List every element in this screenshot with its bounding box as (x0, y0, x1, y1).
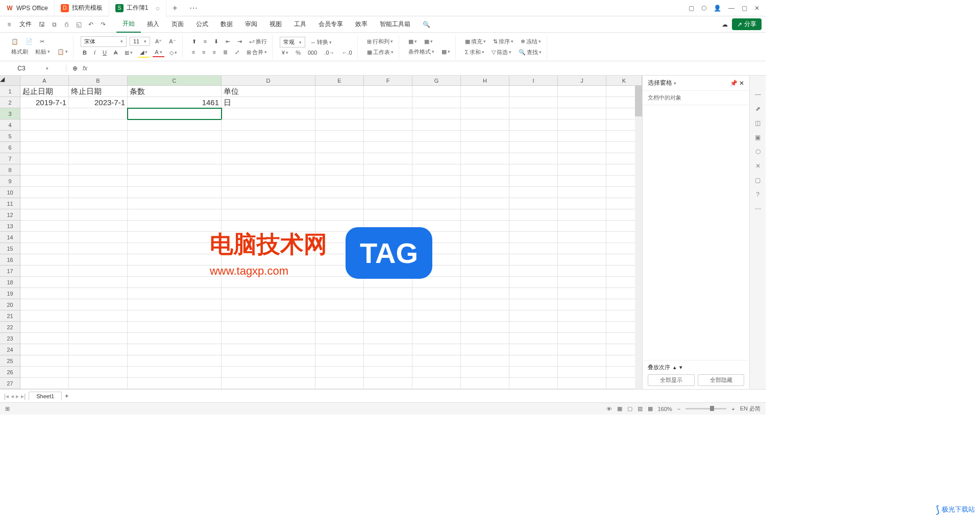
cell[interactable] (558, 333, 606, 344)
italic-button[interactable]: I (92, 49, 97, 57)
cell[interactable] (69, 322, 128, 333)
cell[interactable] (412, 221, 461, 232)
font-color-button[interactable]: A▾ (153, 48, 164, 57)
cell[interactable] (69, 367, 128, 378)
cut-icon[interactable]: ✂ (38, 37, 46, 46)
row-header[interactable]: 10 (0, 187, 20, 198)
cell[interactable] (558, 131, 606, 142)
share-button[interactable]: ↗ 分享 (732, 18, 762, 30)
cell[interactable] (558, 344, 606, 355)
cell[interactable] (222, 108, 315, 119)
menu-tools[interactable]: 工具 (288, 16, 312, 33)
cell[interactable] (222, 367, 315, 378)
cell[interactable] (509, 153, 558, 164)
cell[interactable] (222, 198, 315, 209)
grid-icon[interactable]: ▦ (617, 405, 622, 412)
currency-icon[interactable]: ¥▾ (280, 49, 290, 57)
cell[interactable] (128, 333, 222, 344)
col-header-F[interactable]: F (364, 76, 412, 85)
cell[interactable] (461, 176, 509, 187)
tab-menu-button[interactable]: ⋯ (183, 3, 204, 13)
tab-docer[interactable]: D 找稻壳模板 (55, 0, 109, 16)
cell[interactable] (69, 299, 128, 310)
cell[interactable] (509, 333, 558, 344)
cell[interactable] (128, 266, 222, 277)
cell[interactable] (364, 232, 412, 243)
align-bottom-icon[interactable]: ⬇ (212, 37, 220, 46)
cell[interactable] (509, 322, 558, 333)
align-top-icon[interactable]: ⬆ (190, 37, 199, 46)
cell[interactable] (69, 333, 128, 344)
cell[interactable] (509, 86, 558, 97)
cell[interactable] (20, 266, 69, 277)
cell[interactable]: 终止日期 (69, 86, 128, 97)
cell[interactable] (558, 176, 606, 187)
row-header[interactable]: 18 (0, 277, 20, 288)
row-header[interactable]: 12 (0, 209, 20, 221)
menu-start[interactable]: 开始 (116, 16, 141, 33)
cell[interactable] (509, 221, 558, 232)
cell[interactable] (558, 164, 606, 176)
row-header[interactable]: 2 (0, 97, 20, 108)
cell[interactable] (558, 187, 606, 198)
cell[interactable] (20, 322, 69, 333)
col-header-I[interactable]: I (509, 76, 558, 85)
cell[interactable] (509, 266, 558, 277)
row-header[interactable]: 17 (0, 266, 20, 277)
cell[interactable] (412, 266, 461, 277)
cell[interactable] (558, 367, 606, 378)
cell[interactable] (412, 355, 461, 367)
underline-button[interactable]: U (101, 49, 109, 57)
row-header[interactable]: 19 (0, 288, 20, 299)
cell[interactable] (461, 299, 509, 310)
cell[interactable] (315, 97, 364, 108)
convert-button[interactable]: ↔ 转换▾ (308, 37, 334, 47)
redo-icon[interactable]: ↷ (98, 21, 108, 28)
cell[interactable] (315, 232, 364, 243)
bold-button[interactable]: B (81, 49, 89, 57)
cell[interactable] (412, 108, 461, 119)
cell[interactable] (69, 198, 128, 209)
cell[interactable] (364, 119, 412, 131)
cell[interactable] (364, 221, 412, 232)
row-header[interactable]: 9 (0, 176, 20, 187)
col-header-E[interactable]: E (315, 76, 364, 85)
cell[interactable] (509, 378, 558, 389)
cell[interactable] (20, 209, 69, 221)
cell[interactable]: 2023-7-1 (69, 97, 128, 108)
cell[interactable] (128, 153, 222, 164)
cell[interactable] (20, 299, 69, 310)
cell[interactable] (315, 164, 364, 176)
cell[interactable] (315, 254, 364, 266)
cell[interactable] (69, 355, 128, 367)
col-header-C[interactable]: C (128, 76, 222, 85)
cell[interactable] (364, 198, 412, 209)
lang-indicator[interactable]: EN 必简 (740, 405, 761, 413)
cell[interactable] (461, 333, 509, 344)
cell[interactable] (20, 108, 69, 119)
cell[interactable] (222, 310, 315, 322)
cell[interactable] (364, 131, 412, 142)
cell[interactable] (364, 288, 412, 299)
menu-smart[interactable]: 智能工具箱 (374, 16, 416, 33)
cell[interactable] (222, 232, 315, 243)
cell[interactable] (222, 254, 315, 266)
maximize-button[interactable]: ▢ (742, 5, 747, 12)
cell[interactable] (558, 288, 606, 299)
cell[interactable] (128, 119, 222, 131)
dec-decimal-icon[interactable]: ←.0 (340, 49, 354, 57)
cell[interactable] (315, 367, 364, 378)
cell[interactable] (461, 378, 509, 389)
worksheet-button[interactable]: ▦ 工作表▾ (365, 47, 396, 57)
cell[interactable] (412, 299, 461, 310)
cell[interactable] (412, 378, 461, 389)
cell[interactable] (364, 333, 412, 344)
cell[interactable] (558, 310, 606, 322)
cell[interactable] (558, 277, 606, 288)
cube-icon[interactable]: ⬡ (701, 5, 706, 12)
cell[interactable] (412, 119, 461, 131)
cell[interactable] (315, 187, 364, 198)
cell[interactable] (364, 266, 412, 277)
move-up-icon[interactable]: ▴ (673, 364, 676, 371)
tools-icon[interactable]: ✕ (755, 162, 761, 170)
